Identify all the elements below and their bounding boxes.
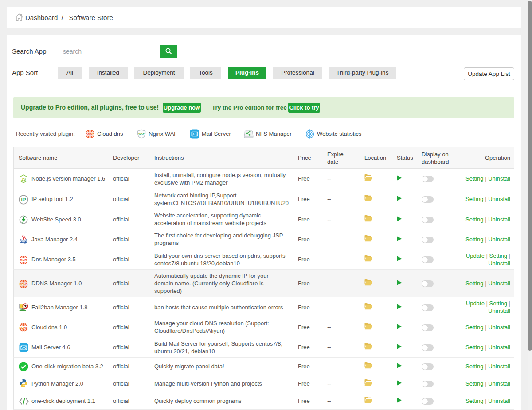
svg-text:WAF: WAF bbox=[138, 133, 145, 135]
svg-text:JS: JS bbox=[21, 177, 26, 181]
svg-text:DNS: DNS bbox=[20, 258, 27, 262]
svg-text:DDNS: DDNS bbox=[20, 326, 28, 329]
svg-text:IP: IP bbox=[21, 197, 26, 202]
svg-text:DDNS: DDNS bbox=[86, 133, 94, 136]
svg-text:DDNS: DDNS bbox=[20, 282, 28, 285]
